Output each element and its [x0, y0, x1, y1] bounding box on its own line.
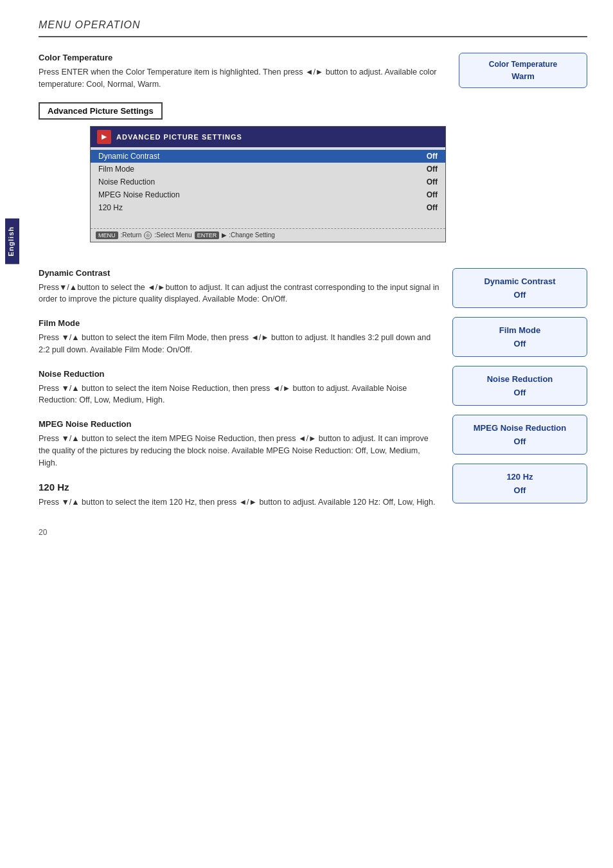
film-mode-section: Film Mode Press ▼/▲ button to select the…: [39, 318, 440, 356]
right-column: Dynamic Contrast Off Film Mode Off Noise…: [452, 268, 587, 522]
menu-row-film-mode[interactable]: Film Mode Off: [91, 163, 445, 176]
menu-row-noise-reduction[interactable]: Noise Reduction Off: [91, 176, 445, 188]
menu-row-label: 120 Hz: [98, 203, 123, 212]
noise-reduction-body: Press ▼/▲ button to select the item Nois…: [39, 383, 440, 407]
mpeg-noise-card-title: MPEG Noise Reduction: [458, 423, 582, 433]
mpeg-noise-heading: MPEG Noise Reduction: [39, 419, 440, 429]
dynamic-contrast-card-value: Off: [458, 290, 582, 300]
menu-row-label: Dynamic Contrast: [98, 152, 159, 161]
hz120-card-value: Off: [458, 485, 582, 495]
dynamic-contrast-heading: Dynamic Contrast: [39, 268, 440, 278]
advanced-picture-settings-section: Advanced Picture Settings ▶ ADVANCED PIC…: [39, 102, 446, 242]
menu-row-label: MPEG Noise Reduction: [98, 190, 180, 199]
enter-icon: ▶: [222, 232, 226, 239]
main-content: Dynamic Contrast Press▼/▲button to selec…: [39, 268, 587, 522]
menu-row-mpeg-noise[interactable]: MPEG Noise Reduction Off: [91, 188, 445, 201]
noise-reduction-heading: Noise Reduction: [39, 369, 440, 379]
left-column: Dynamic Contrast Press▼/▲button to selec…: [39, 268, 440, 522]
menu-row-value: Off: [427, 203, 438, 212]
mpeg-noise-body: Press ▼/▲ button to select the item MPEG…: [39, 433, 440, 469]
dynamic-contrast-card: Dynamic Contrast Off: [452, 268, 587, 308]
menu-row-value: Off: [427, 152, 438, 161]
menu-title: ADVANCED PICTURE SETTINGS: [116, 133, 242, 141]
hz120-body: Press ▼/▲ button to select the item 120 …: [39, 496, 440, 509]
color-temp-body: Press ENTER when the Color Temperature i…: [39, 66, 446, 91]
menu-icon: ▶: [97, 130, 111, 144]
color-temperature-section: Color Temperature Press ENTER when the C…: [39, 53, 587, 255]
menu-key: MENU: [96, 231, 118, 239]
advanced-settings-label: Advanced Picture Settings: [39, 102, 163, 120]
noise-reduction-card-title: Noise Reduction: [458, 374, 582, 384]
footer-return: :Return: [121, 231, 142, 239]
page-title: MENU OPERATION: [39, 19, 141, 30]
footer-select: :Select Menu: [154, 231, 191, 239]
color-temp-card-value: Warm: [468, 71, 578, 81]
footer-change: :Change Setting: [229, 231, 275, 239]
mpeg-noise-card-value: Off: [458, 437, 582, 446]
film-mode-card-value: Off: [458, 339, 582, 348]
menu-header: ▶ ADVANCED PICTURE SETTINGS: [91, 127, 445, 147]
select-circle-icon: ◎: [144, 231, 152, 239]
menu-footer: MENU :Return ◎ :Select Menu ENTER ▶ :Cha…: [91, 228, 445, 242]
color-temp-card-title: Color Temperature: [468, 60, 578, 69]
dynamic-contrast-card-title: Dynamic Contrast: [458, 276, 582, 286]
film-mode-heading: Film Mode: [39, 318, 440, 328]
menu-row-value: Off: [427, 177, 438, 186]
menu-row-label: Noise Reduction: [98, 177, 155, 186]
hz120-card-title: 120 Hz: [458, 472, 582, 482]
menu-row-120hz[interactable]: 120 Hz Off: [91, 201, 445, 214]
noise-reduction-card: Noise Reduction Off: [452, 366, 587, 406]
menu-row-value: Off: [427, 190, 438, 199]
hz120-section: 120 Hz Press ▼/▲ button to select the it…: [39, 482, 440, 509]
mpeg-noise-section: MPEG Noise Reduction Press ▼/▲ button to…: [39, 419, 440, 469]
noise-reduction-card-value: Off: [458, 388, 582, 397]
dynamic-contrast-body: Press▼/▲button to select the ◄/►button t…: [39, 282, 440, 306]
menu-row-dynamic-contrast[interactable]: Dynamic Contrast Off: [91, 150, 445, 163]
advanced-settings-menu: ▶ ADVANCED PICTURE SETTINGS Dynamic Cont…: [90, 126, 446, 242]
menu-row-value: Off: [427, 165, 438, 174]
menu-rows: Dynamic Contrast Off Film Mode Off Noise…: [91, 147, 445, 228]
menu-row-label: Film Mode: [98, 165, 134, 174]
color-temp-heading: Color Temperature: [39, 53, 446, 62]
enter-key: ENTER: [195, 231, 220, 239]
color-temp-card: Color Temperature Warm: [459, 53, 587, 88]
mpeg-noise-card: MPEG Noise Reduction Off: [452, 415, 587, 455]
page-number: 20: [39, 528, 47, 537]
page-header: MENU OPERATION: [39, 19, 587, 37]
film-mode-card-title: Film Mode: [458, 325, 582, 335]
noise-reduction-section: Noise Reduction Press ▼/▲ button to sele…: [39, 369, 440, 407]
hz120-card: 120 Hz Off: [452, 464, 587, 503]
hz120-heading: 120 Hz: [39, 482, 440, 493]
film-mode-body: Press ▼/▲ button to select the item Film…: [39, 332, 440, 356]
dynamic-contrast-section: Dynamic Contrast Press▼/▲button to selec…: [39, 268, 440, 306]
film-mode-card: Film Mode Off: [452, 317, 587, 357]
